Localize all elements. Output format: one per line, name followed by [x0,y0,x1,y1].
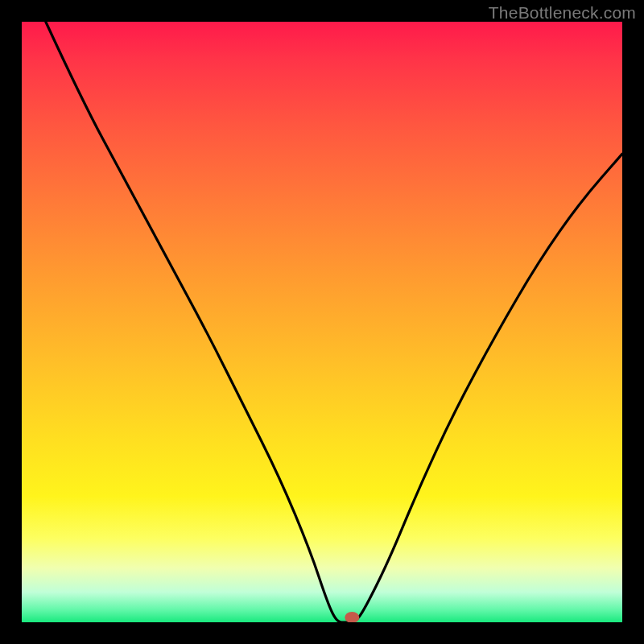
chart-plot-area [22,22,622,622]
chart-frame: TheBottleneck.com [0,0,644,644]
bottleneck-curve [46,22,622,622]
chart-marker [345,612,359,622]
watermark: TheBottleneck.com [489,3,636,23]
chart-curve-layer [22,22,622,622]
